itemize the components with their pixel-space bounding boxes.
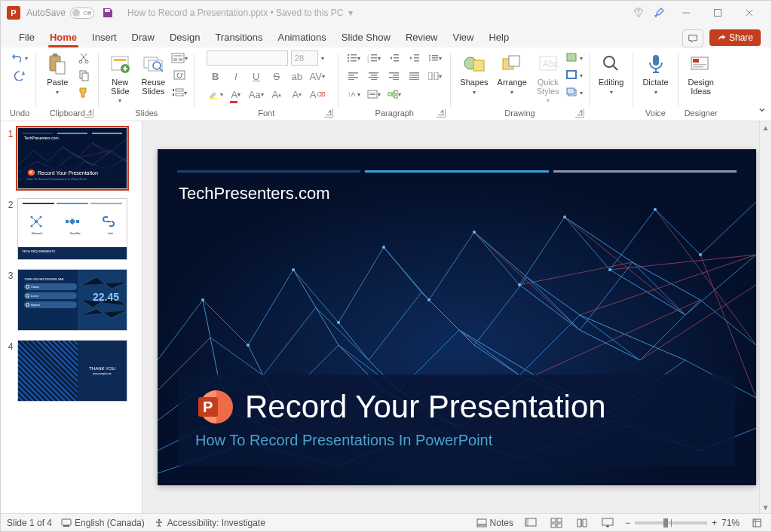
minimize-button[interactable] bbox=[670, 2, 702, 23]
ribbon-collapse-button[interactable]: ⌄ bbox=[757, 100, 767, 115]
tab-design[interactable]: Design bbox=[162, 29, 207, 47]
section-button[interactable]: ▾ bbox=[171, 85, 188, 100]
reading-view-button[interactable] bbox=[574, 516, 590, 530]
indent-inc-button[interactable] bbox=[406, 50, 424, 66]
autosave-toggle[interactable]: Off bbox=[70, 8, 94, 19]
zoom-slider[interactable] bbox=[635, 521, 707, 524]
tab-insert[interactable]: Insert bbox=[84, 29, 124, 47]
tab-review[interactable]: Review bbox=[398, 29, 446, 47]
bold-button[interactable]: B bbox=[207, 69, 225, 84]
align-text-button[interactable]: ▾ bbox=[365, 87, 383, 102]
thumbnail-2[interactable]: 2 NetworkSatelliteLink TECH REQUIREMENTS bbox=[4, 198, 139, 260]
shape-fill-button[interactable]: ▾ bbox=[566, 50, 583, 66]
underline-button[interactable]: U bbox=[247, 69, 265, 84]
font-color-button[interactable]: A▾ bbox=[227, 87, 245, 102]
group-label-slides: Slides bbox=[135, 108, 158, 119]
close-button[interactable] bbox=[734, 2, 765, 23]
redo-button[interactable] bbox=[11, 68, 28, 83]
change-case-button[interactable]: Aa▾ bbox=[247, 87, 265, 102]
strike-button[interactable]: S bbox=[268, 69, 286, 84]
shape-effects-button[interactable]: ▾ bbox=[566, 85, 583, 100]
line-spacing-button[interactable]: ▾ bbox=[426, 50, 444, 66]
char-spacing-button[interactable]: AV▾ bbox=[308, 69, 326, 84]
zoom-out-button[interactable]: − bbox=[625, 518, 630, 528]
group-undo: ▾ Undo bbox=[5, 49, 34, 121]
grow-font-button[interactable]: A▴ bbox=[268, 87, 286, 102]
tab-slideshow[interactable]: Slide Show bbox=[334, 29, 398, 47]
slide-1[interactable]: TechPresenters.com P Record Your Present… bbox=[158, 149, 756, 485]
clear-format-button[interactable]: A⌫ bbox=[308, 87, 326, 102]
cut-button[interactable] bbox=[75, 50, 92, 66]
tab-animations[interactable]: Animations bbox=[271, 29, 334, 47]
bullets-button[interactable]: ▾ bbox=[345, 50, 363, 66]
align-left-button[interactable] bbox=[345, 69, 363, 84]
save-icon[interactable] bbox=[102, 7, 114, 19]
svg-text:Abc: Abc bbox=[543, 59, 559, 69]
powerpoint-icon: P bbox=[195, 388, 233, 426]
paste-button[interactable]: Paste▾ bbox=[42, 50, 72, 99]
clipboard-launcher[interactable] bbox=[84, 109, 93, 118]
font-family-input[interactable] bbox=[207, 50, 288, 66]
justify-button[interactable] bbox=[406, 69, 424, 84]
tab-transitions[interactable]: Transitions bbox=[207, 29, 270, 47]
arrange-button[interactable]: Arrange▾ bbox=[495, 50, 530, 99]
slide-counter[interactable]: Slide 1 of 4 bbox=[7, 518, 52, 528]
layout-button[interactable]: ▾ bbox=[171, 50, 188, 66]
font-size-input[interactable] bbox=[291, 50, 318, 66]
smartart-button[interactable]: ▾ bbox=[385, 87, 403, 102]
slideshow-view-button[interactable] bbox=[599, 516, 616, 530]
shadow-button[interactable]: ab bbox=[288, 69, 306, 84]
premium-icon[interactable] bbox=[633, 7, 645, 19]
sorter-view-button[interactable] bbox=[548, 516, 565, 530]
shape-outline-button[interactable]: ▾ bbox=[566, 68, 583, 83]
notes-button[interactable]: Notes bbox=[476, 518, 513, 528]
tab-home[interactable]: Home bbox=[42, 29, 84, 47]
undo-button[interactable]: ▾ bbox=[11, 50, 28, 66]
slide-thumbnails: 1 TechPresenters.com PRecord Your Presen… bbox=[1, 121, 142, 513]
coming-soon-icon[interactable] bbox=[654, 7, 666, 19]
fit-window-button[interactable] bbox=[749, 516, 765, 530]
reset-button[interactable] bbox=[171, 68, 188, 83]
dictate-button[interactable]: Dictate▾ bbox=[639, 50, 671, 99]
comments-button[interactable] bbox=[682, 29, 703, 47]
new-slide-button[interactable]: New Slide▾ bbox=[105, 50, 135, 105]
design-ideas-button[interactable]: Design Ideas bbox=[685, 50, 717, 97]
paragraph-launcher[interactable] bbox=[437, 109, 446, 118]
ribbon: ▾ Undo Paste▾ Clipboard bbox=[1, 47, 771, 121]
font-launcher[interactable] bbox=[324, 109, 333, 118]
tab-help[interactable]: Help bbox=[481, 29, 516, 47]
svg-rect-60 bbox=[409, 77, 419, 78]
copy-button[interactable] bbox=[75, 68, 92, 83]
thumbnail-1[interactable]: 1 TechPresenters.com PRecord Your Presen… bbox=[4, 127, 139, 189]
share-button[interactable]: Share bbox=[709, 29, 761, 46]
language-button[interactable]: English (Canada) bbox=[61, 518, 145, 528]
zoom-level[interactable]: 71% bbox=[721, 518, 740, 528]
quick-styles-button[interactable]: Abc Quick Styles▾ bbox=[533, 50, 563, 105]
format-painter-button[interactable] bbox=[75, 85, 92, 100]
svg-rect-36 bbox=[371, 60, 377, 62]
tab-draw[interactable]: Draw bbox=[124, 29, 162, 47]
editing-button[interactable]: Editing▾ bbox=[596, 50, 627, 99]
normal-view-button[interactable] bbox=[522, 516, 539, 530]
svg-rect-42 bbox=[414, 60, 419, 62]
reuse-slides-button[interactable]: Reuse Slides bbox=[138, 50, 168, 97]
drawing-launcher[interactable] bbox=[575, 109, 584, 118]
highlight-button[interactable]: ▾ bbox=[207, 87, 225, 102]
zoom-in-button[interactable]: + bbox=[712, 518, 717, 528]
numbering-button[interactable]: 123▾ bbox=[365, 50, 383, 66]
vertical-scrollbar[interactable]: ▲ ▼ bbox=[759, 121, 771, 513]
italic-button[interactable]: I bbox=[227, 69, 245, 84]
thumbnail-4[interactable]: 4 THANK YOUwww.example.com bbox=[4, 340, 139, 402]
tab-view[interactable]: View bbox=[446, 29, 482, 47]
columns-button[interactable]: ▾ bbox=[426, 69, 444, 84]
tab-file[interactable]: File bbox=[11, 29, 42, 47]
thumbnail-3[interactable]: 3 TURN ON RECORDING TAB Cloud Local Hybr… bbox=[4, 269, 139, 331]
text-direction-button[interactable]: ↕A▾ bbox=[345, 87, 363, 102]
align-center-button[interactable] bbox=[365, 69, 383, 84]
shapes-button[interactable]: Shapes▾ bbox=[457, 50, 491, 99]
accessibility-button[interactable]: Accessibility: Investigate bbox=[154, 518, 265, 528]
maximize-button[interactable] bbox=[702, 2, 734, 23]
indent-dec-button[interactable] bbox=[385, 50, 403, 66]
shrink-font-button[interactable]: A▾ bbox=[288, 87, 306, 102]
align-right-button[interactable] bbox=[385, 69, 403, 84]
